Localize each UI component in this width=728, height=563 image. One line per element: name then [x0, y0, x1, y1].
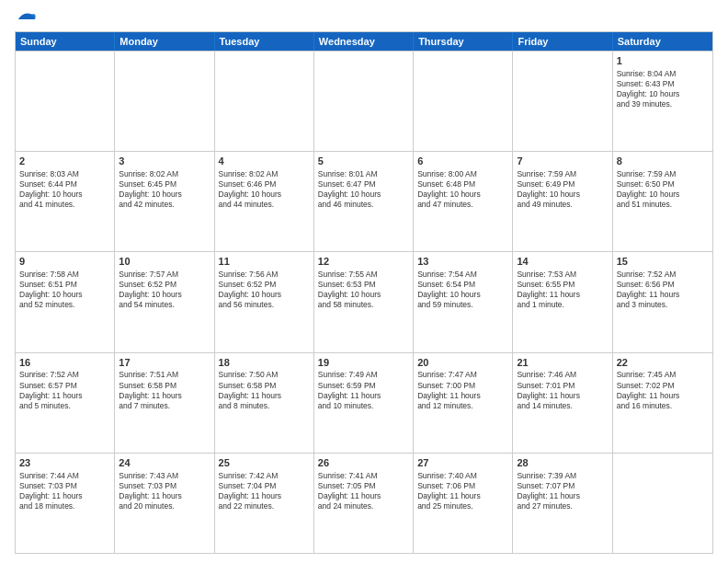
day-number-24: 24 — [119, 456, 210, 470]
cell-text-2-0: Sunrise: 7:58 AM Sunset: 6:51 PM Dayligh… — [19, 270, 110, 310]
calendar-cell-2-5: 14Sunrise: 7:53 AM Sunset: 6:55 PM Dayli… — [513, 252, 612, 351]
day-number-27: 27 — [417, 456, 508, 470]
calendar-cell-3-4: 20Sunrise: 7:47 AM Sunset: 7:00 PM Dayli… — [414, 353, 513, 453]
day-number-1: 1 — [617, 54, 709, 68]
calendar-cell-1-2: 4Sunrise: 8:02 AM Sunset: 6:46 PM Daylig… — [215, 152, 314, 251]
calendar-cell-1-0: 2Sunrise: 8:03 AM Sunset: 6:44 PM Daylig… — [16, 152, 115, 251]
calendar-cell-3-1: 17Sunrise: 7:51 AM Sunset: 6:58 PM Dayli… — [115, 353, 214, 453]
day-number-11: 11 — [219, 255, 310, 269]
calendar-body: 1Sunrise: 8:04 AM Sunset: 6:43 PM Daylig… — [16, 51, 712, 553]
day-number-7: 7 — [517, 155, 608, 168]
calendar-cell-4-0: 23Sunrise: 7:44 AM Sunset: 7:03 PM Dayli… — [16, 454, 115, 553]
day-number-26: 26 — [318, 456, 409, 470]
calendar-row-0: 1Sunrise: 8:04 AM Sunset: 6:43 PM Daylig… — [16, 51, 712, 151]
cell-text-4-1: Sunrise: 7:43 AM Sunset: 7:03 PM Dayligh… — [119, 471, 210, 511]
day-number-28: 28 — [517, 456, 608, 470]
day-number-18: 18 — [219, 356, 310, 370]
calendar-cell-2-6: 15Sunrise: 7:52 AM Sunset: 6:56 PM Dayli… — [613, 252, 712, 351]
cell-text-4-2: Sunrise: 7:42 AM Sunset: 7:04 PM Dayligh… — [219, 471, 310, 511]
calendar-cell-3-0: 16Sunrise: 7:52 AM Sunset: 6:57 PM Dayli… — [16, 353, 115, 453]
day-number-25: 25 — [219, 456, 310, 470]
cell-text-1-6: Sunrise: 7:59 AM Sunset: 6:50 PM Dayligh… — [617, 169, 709, 210]
header-sunday: Sunday — [16, 32, 115, 51]
calendar-cell-4-5: 28Sunrise: 7:39 AM Sunset: 7:07 PM Dayli… — [513, 454, 612, 553]
header-wednesday: Wednesday — [314, 32, 414, 51]
cell-text-4-4: Sunrise: 7:40 AM Sunset: 7:06 PM Dayligh… — [417, 471, 508, 511]
day-number-10: 10 — [119, 255, 210, 269]
day-number-22: 22 — [617, 356, 709, 370]
header-friday: Friday — [513, 32, 612, 51]
calendar-cell-0-2 — [215, 52, 314, 151]
cell-text-1-1: Sunrise: 8:02 AM Sunset: 6:45 PM Dayligh… — [119, 169, 210, 210]
calendar-cell-1-4: 6Sunrise: 8:00 AM Sunset: 6:48 PM Daylig… — [414, 152, 513, 251]
calendar-row-3: 16Sunrise: 7:52 AM Sunset: 6:57 PM Dayli… — [16, 352, 712, 453]
header-tuesday: Tuesday — [215, 32, 314, 51]
calendar-row-4: 23Sunrise: 7:44 AM Sunset: 7:03 PM Dayli… — [16, 453, 712, 553]
calendar-cell-1-6: 8Sunrise: 7:59 AM Sunset: 6:50 PM Daylig… — [613, 152, 712, 251]
cell-text-2-2: Sunrise: 7:56 AM Sunset: 6:52 PM Dayligh… — [219, 270, 310, 310]
calendar-cell-1-3: 5Sunrise: 8:01 AM Sunset: 6:47 PM Daylig… — [314, 152, 414, 251]
cell-text-3-3: Sunrise: 7:49 AM Sunset: 6:59 PM Dayligh… — [318, 370, 409, 410]
calendar-cell-2-2: 11Sunrise: 7:56 AM Sunset: 6:52 PM Dayli… — [215, 252, 314, 351]
day-number-15: 15 — [617, 255, 709, 269]
calendar-cell-4-4: 27Sunrise: 7:40 AM Sunset: 7:06 PM Dayli… — [414, 454, 513, 553]
cell-text-3-0: Sunrise: 7:52 AM Sunset: 6:57 PM Dayligh… — [19, 370, 110, 410]
calendar-cell-1-5: 7Sunrise: 7:59 AM Sunset: 6:49 PM Daylig… — [513, 152, 612, 251]
cell-text-2-1: Sunrise: 7:57 AM Sunset: 6:52 PM Dayligh… — [119, 270, 210, 310]
day-number-3: 3 — [119, 155, 210, 168]
calendar-header: Sunday Monday Tuesday Wednesday Thursday… — [16, 32, 712, 51]
header-saturday: Saturday — [613, 32, 712, 51]
day-number-5: 5 — [318, 155, 409, 168]
cell-text-2-3: Sunrise: 7:55 AM Sunset: 6:53 PM Dayligh… — [318, 270, 409, 310]
calendar-row-1: 2Sunrise: 8:03 AM Sunset: 6:44 PM Daylig… — [16, 151, 712, 251]
cell-text-4-0: Sunrise: 7:44 AM Sunset: 7:03 PM Dayligh… — [19, 471, 110, 511]
calendar-cell-3-3: 19Sunrise: 7:49 AM Sunset: 6:59 PM Dayli… — [314, 353, 414, 453]
day-number-13: 13 — [417, 255, 508, 269]
cell-text-1-4: Sunrise: 8:00 AM Sunset: 6:48 PM Dayligh… — [417, 169, 508, 210]
cell-text-2-6: Sunrise: 7:52 AM Sunset: 6:56 PM Dayligh… — [617, 270, 709, 310]
calendar-cell-0-3 — [314, 52, 414, 151]
calendar-cell-2-3: 12Sunrise: 7:55 AM Sunset: 6:53 PM Dayli… — [314, 252, 414, 351]
calendar-cell-4-2: 25Sunrise: 7:42 AM Sunset: 7:04 PM Dayli… — [215, 454, 314, 553]
calendar-cell-0-1 — [115, 52, 214, 151]
calendar-cell-3-6: 22Sunrise: 7:45 AM Sunset: 7:02 PM Dayli… — [613, 353, 712, 453]
cell-text-3-4: Sunrise: 7:47 AM Sunset: 7:00 PM Dayligh… — [417, 370, 508, 410]
page: Sunday Monday Tuesday Wednesday Thursday… — [0, 0, 728, 563]
header-thursday: Thursday — [414, 32, 513, 51]
day-number-19: 19 — [318, 356, 409, 370]
logo-icon — [17, 9, 37, 29]
cell-text-4-5: Sunrise: 7:39 AM Sunset: 7:07 PM Dayligh… — [517, 471, 608, 511]
calendar-cell-0-0 — [16, 52, 115, 151]
calendar-cell-3-5: 21Sunrise: 7:46 AM Sunset: 7:01 PM Dayli… — [513, 353, 612, 453]
day-number-20: 20 — [417, 356, 508, 370]
day-number-4: 4 — [219, 155, 310, 168]
day-number-2: 2 — [19, 155, 110, 168]
day-number-14: 14 — [517, 255, 608, 269]
cell-text-2-5: Sunrise: 7:53 AM Sunset: 6:55 PM Dayligh… — [517, 270, 608, 310]
day-number-9: 9 — [19, 255, 110, 269]
calendar-cell-4-3: 26Sunrise: 7:41 AM Sunset: 7:05 PM Dayli… — [314, 454, 414, 553]
cell-text-1-0: Sunrise: 8:03 AM Sunset: 6:44 PM Dayligh… — [19, 169, 110, 210]
cell-text-4-3: Sunrise: 7:41 AM Sunset: 7:05 PM Dayligh… — [318, 471, 409, 511]
calendar-cell-0-4 — [414, 52, 513, 151]
header — [15, 9, 713, 26]
calendar-cell-2-4: 13Sunrise: 7:54 AM Sunset: 6:54 PM Dayli… — [414, 252, 513, 351]
cell-text-3-5: Sunrise: 7:46 AM Sunset: 7:01 PM Dayligh… — [517, 370, 608, 410]
cell-text-0-6: Sunrise: 8:04 AM Sunset: 6:43 PM Dayligh… — [617, 69, 709, 109]
calendar-cell-2-0: 9Sunrise: 7:58 AM Sunset: 6:51 PM Daylig… — [16, 252, 115, 351]
calendar-cell-4-1: 24Sunrise: 7:43 AM Sunset: 7:03 PM Dayli… — [115, 454, 214, 553]
cell-text-1-2: Sunrise: 8:02 AM Sunset: 6:46 PM Dayligh… — [219, 169, 310, 210]
calendar-row-2: 9Sunrise: 7:58 AM Sunset: 6:51 PM Daylig… — [16, 251, 712, 351]
day-number-16: 16 — [19, 356, 110, 370]
cell-text-3-1: Sunrise: 7:51 AM Sunset: 6:58 PM Dayligh… — [119, 370, 210, 410]
day-number-8: 8 — [617, 155, 709, 168]
day-number-23: 23 — [19, 456, 110, 470]
cell-text-2-4: Sunrise: 7:54 AM Sunset: 6:54 PM Dayligh… — [417, 270, 508, 310]
day-number-12: 12 — [318, 255, 409, 269]
logo — [15, 9, 37, 26]
day-number-17: 17 — [119, 356, 210, 370]
day-number-21: 21 — [517, 356, 608, 370]
calendar: Sunday Monday Tuesday Wednesday Thursday… — [15, 31, 713, 554]
calendar-cell-2-1: 10Sunrise: 7:57 AM Sunset: 6:52 PM Dayli… — [115, 252, 214, 351]
cell-text-3-2: Sunrise: 7:50 AM Sunset: 6:58 PM Dayligh… — [219, 370, 310, 410]
